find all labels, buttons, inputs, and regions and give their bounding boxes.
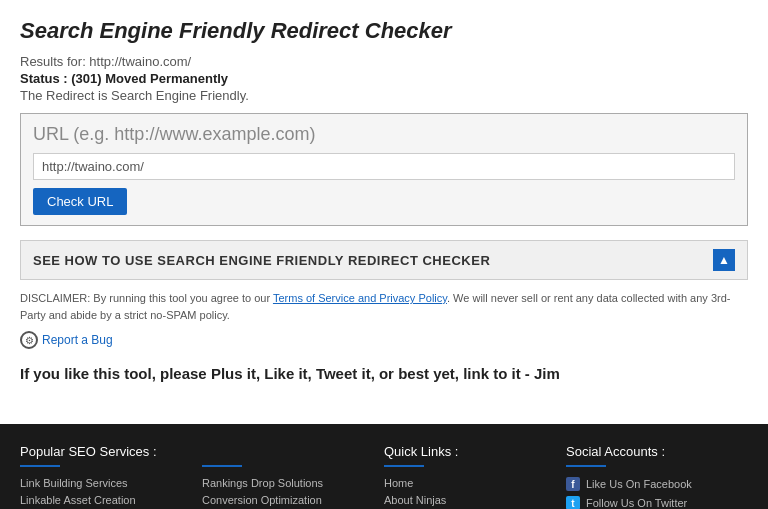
footer-col-social: Social Accounts : f Like Us On Facebook … xyxy=(566,444,748,509)
cta-text: If you like this tool, please Plus it, L… xyxy=(20,363,748,384)
footer-link-rankings-drop[interactable]: Rankings Drop Solutions xyxy=(202,477,384,489)
collapse-icon: ▲ xyxy=(713,249,735,271)
footer-link-linkable-asset[interactable]: Linkable Asset Creation xyxy=(20,494,202,506)
check-url-button[interactable]: Check URL xyxy=(33,188,127,215)
footer-link-link-building[interactable]: Link Building Services xyxy=(20,477,202,489)
footer-divider-1 xyxy=(20,465,60,467)
results-for: Results for: http://twaino.com/ xyxy=(20,54,748,69)
footer-popular-seo-heading: Popular SEO Services : xyxy=(20,444,202,459)
url-label: URL (e.g. http://www.example.com) xyxy=(33,124,735,145)
facebook-icon: f xyxy=(566,477,580,491)
footer-facebook-link[interactable]: f Like Us On Facebook xyxy=(566,477,748,491)
footer-link-about-ninjas[interactable]: About Ninjas xyxy=(384,494,566,506)
tos-link[interactable]: Terms of Service and Privacy Policy xyxy=(273,292,447,304)
redirect-friendly-line: The Redirect is Search Engine Friendly. xyxy=(20,88,748,103)
footer-quick-links-heading: Quick Links : xyxy=(384,444,566,459)
footer-divider-3 xyxy=(384,465,424,467)
twitter-icon: t xyxy=(566,496,580,509)
report-bug-link[interactable]: ⚙ Report a Bug xyxy=(20,331,748,349)
disclaimer: DISCLAIMER: By running this tool you agr… xyxy=(20,290,748,323)
footer-col-popular-seo: Popular SEO Services : Link Building Ser… xyxy=(20,444,202,509)
page-title: Search Engine Friendly Redirect Checker xyxy=(20,10,748,44)
url-box: URL (e.g. http://www.example.com) Check … xyxy=(20,113,748,226)
footer-col-seo-services-2: Rankings Drop Solutions Conversion Optim… xyxy=(202,444,384,509)
footer-col-quick-links: Quick Links : Home About Ninjas Ninja Le… xyxy=(384,444,566,509)
how-to-bar[interactable]: SEE HOW TO USE SEARCH ENGINE FRIENDLY RE… xyxy=(20,240,748,280)
footer: Popular SEO Services : Link Building Ser… xyxy=(0,424,768,509)
bug-icon: ⚙ xyxy=(20,331,38,349)
footer-link-conversion[interactable]: Conversion Optimization xyxy=(202,494,384,506)
footer-link-home[interactable]: Home xyxy=(384,477,566,489)
status-line: Status : (301) Moved Permanently xyxy=(20,71,748,86)
footer-social-heading: Social Accounts : xyxy=(566,444,748,459)
footer-divider-2 xyxy=(202,465,242,467)
footer-col2-heading xyxy=(202,444,384,459)
footer-twitter-link[interactable]: t Follow Us On Twitter xyxy=(566,496,748,509)
url-input[interactable] xyxy=(33,153,735,180)
footer-divider-4 xyxy=(566,465,606,467)
how-to-text: SEE HOW TO USE SEARCH ENGINE FRIENDLY RE… xyxy=(33,253,490,268)
